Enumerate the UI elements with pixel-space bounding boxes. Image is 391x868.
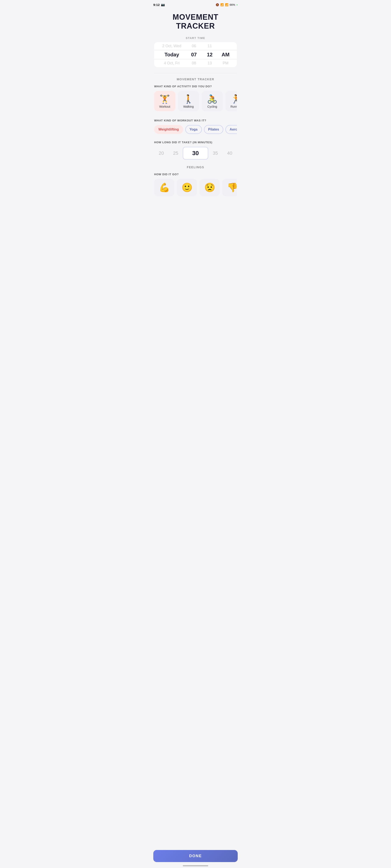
status-time: 9:12 📷	[153, 3, 165, 6]
chip-yoga[interactable]: Yoga	[185, 125, 202, 134]
feelings-question: HOW DID IT GO?	[154, 173, 237, 176]
signal-icon: 📶	[220, 3, 224, 6]
thumbsdown-icon: 👎	[227, 183, 237, 192]
next-period: PM	[217, 59, 234, 67]
activity-question: WHAT KIND OF ACTIVITY DID YOU DO?	[154, 85, 237, 88]
feeling-card-worried[interactable]: 😟	[200, 179, 220, 196]
chip-aerobics[interactable]: Aerobics	[225, 125, 237, 134]
status-icons: 🔕 📶 📶 66% ●	[216, 3, 238, 6]
running-label: Running	[231, 105, 237, 108]
mute-icon: 🔕	[216, 3, 219, 6]
duration-30[interactable]: 30	[183, 147, 208, 160]
activity-card-cycling[interactable]: 🚴 Cycling	[202, 91, 223, 111]
current-date[interactable]: Today	[157, 50, 186, 59]
workout-chips-container: Weightlifting Yoga Pilates Aerobics Step…	[154, 125, 237, 135]
start-time-label: START TIME	[154, 36, 237, 40]
camera-icon: 📷	[161, 3, 165, 6]
next-date: 4 Oct, Fri	[157, 59, 186, 67]
main-content: MOVEMENT TRACKER START TIME 2 Oct, Wed 0…	[150, 8, 241, 219]
next-minute: 13	[202, 59, 218, 67]
time-row-next: 4 Oct, Fri 08 13 PM	[157, 59, 234, 67]
duration-20[interactable]: 20	[154, 148, 169, 158]
cycling-label: Cycling	[207, 105, 217, 108]
walking-label: Walking	[183, 105, 193, 108]
prev-minute: 11	[202, 42, 218, 50]
current-minute[interactable]: 12	[202, 50, 218, 59]
divider-1	[154, 73, 237, 73]
walking-icon: 🚶	[183, 95, 194, 103]
duration-25[interactable]: 25	[169, 148, 183, 158]
chip-weightlifting[interactable]: Weightlifting	[154, 125, 183, 134]
activity-card-workout[interactable]: 🏋️ Workout	[154, 91, 175, 111]
activity-card-walking[interactable]: 🚶 Walking	[178, 91, 199, 111]
feelings-cards-container: 💪 🙂 😟 👎	[154, 179, 237, 198]
time-picker[interactable]: 2 Oct, Wed 06 11 Today 07 12 AM 4 Oct, F…	[154, 42, 237, 67]
duration-40[interactable]: 40	[222, 148, 237, 158]
battery-display: 66%	[230, 3, 235, 6]
current-hour[interactable]: 07	[186, 50, 202, 59]
battery-dot: ●	[236, 4, 238, 6]
wifi-icon: 📶	[225, 3, 229, 6]
prev-date: 2 Oct, Wed	[157, 42, 186, 50]
duration-picker[interactable]: 20 25 30 35 40	[154, 147, 237, 160]
time-row-current[interactable]: Today 07 12 AM	[157, 50, 234, 59]
feeling-card-happy[interactable]: 🙂	[177, 179, 197, 196]
workout-label: Workout	[159, 105, 170, 108]
next-hour: 08	[186, 59, 202, 67]
strong-icon: 💪	[159, 183, 170, 192]
prev-hour: 06	[186, 42, 202, 50]
duration-35[interactable]: 35	[208, 148, 223, 158]
feelings-section: FEELINGS HOW DID IT GO? 💪 🙂 😟 👎	[154, 165, 237, 198]
movement-tracker-sub-title: MOVEMENT TRACKER	[154, 78, 237, 81]
workout-type-question: WHAT KIND OF WORKOUT WAS IT?	[154, 119, 237, 122]
time-row-prev: 2 Oct, Wed 06 11	[157, 42, 234, 50]
current-period[interactable]: AM	[217, 50, 234, 59]
worried-icon: 😟	[204, 183, 215, 192]
running-icon: 🏃	[231, 95, 237, 103]
workout-icon: 🏋️	[159, 95, 170, 103]
cycling-icon: 🚴	[207, 95, 217, 103]
feelings-title: FEELINGS	[154, 165, 237, 169]
done-button-container: DONE	[150, 847, 241, 868]
done-button[interactable]: DONE	[153, 850, 238, 862]
activity-card-running[interactable]: 🏃 Running	[225, 91, 237, 111]
activity-cards-container: 🏋️ Workout 🚶 Walking 🚴 Cycling 🏃 Running…	[154, 91, 237, 113]
chip-pilates[interactable]: Pilates	[204, 125, 223, 134]
status-bar: 9:12 📷 🔕 📶 📶 66% ●	[150, 0, 241, 8]
prev-period	[217, 42, 234, 50]
feeling-card-strong[interactable]: 💪	[154, 179, 174, 196]
feeling-card-thumbsdown[interactable]: 👎	[222, 179, 237, 196]
time-display: 9:12	[153, 3, 160, 6]
page-title: MOVEMENT TRACKER	[154, 13, 237, 31]
duration-question: HOW LONG DID IT TAKE? (IN MINUTES)	[154, 141, 237, 144]
happy-icon: 🙂	[181, 183, 192, 192]
